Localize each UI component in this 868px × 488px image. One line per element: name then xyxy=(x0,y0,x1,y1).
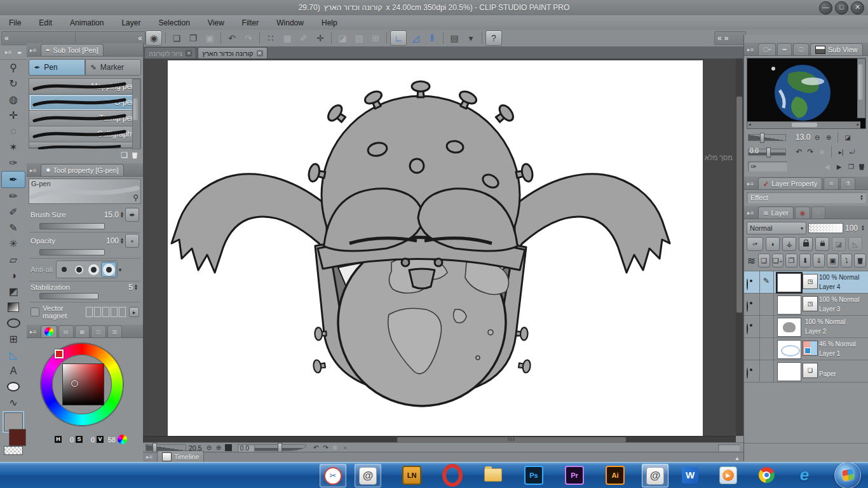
delete-sub-tool-icon[interactable] xyxy=(132,152,138,159)
transparent-color-swatch[interactable] xyxy=(4,446,23,455)
sub-color-swatch[interactable] xyxy=(9,429,26,446)
menu-file[interactable]: File xyxy=(0,15,30,30)
eraser-tool[interactable]: ▱ xyxy=(2,252,25,268)
taskbar-app-clip-studio-launcher[interactable]: @ xyxy=(355,464,381,487)
brush-item-calligraphy[interactable]: Calligraphy xyxy=(29,126,140,142)
layer-row-paper[interactable]: ❏Paper xyxy=(744,360,868,383)
layer-thumbnail[interactable] xyxy=(777,362,801,381)
anti-aliasing-strong-button[interactable] xyxy=(101,262,116,277)
frame-border-tool[interactable]: ⊞ xyxy=(2,331,25,347)
layer-search-tab[interactable]: ≋ xyxy=(824,177,839,189)
tool-property-tab[interactable]: ✱Tool property [G-pen] xyxy=(41,164,124,176)
layer-row-layer-1[interactable]: 46 % NormalLayer 1 xyxy=(744,338,868,360)
ruler-tool[interactable]: ◺ xyxy=(2,347,25,363)
balloon-tool[interactable] xyxy=(2,379,25,395)
sub-view-tab[interactable]: Sub View xyxy=(810,43,862,55)
menu-selection[interactable]: Selection xyxy=(149,15,198,30)
color-wheel-tab[interactable] xyxy=(41,325,57,337)
panel-menu-icon[interactable]: ▸≡ xyxy=(745,45,756,54)
redo-button-icon[interactable]: ↷ xyxy=(241,31,256,45)
deselect-button-icon[interactable]: ∷ xyxy=(263,31,278,45)
layer-mask-icon[interactable]: ▣ xyxy=(827,254,839,268)
fill-tool[interactable]: ◩ xyxy=(2,283,25,299)
rotate-left-icon[interactable]: ↶ xyxy=(311,444,321,452)
sv-square[interactable] xyxy=(62,363,104,405)
anti-aliasing-dropdown-icon[interactable]: ▾ xyxy=(119,267,121,273)
mask-button-icon[interactable]: ▨ xyxy=(351,31,367,45)
stabilization-stepper[interactable]: ▲▼ xyxy=(133,284,139,290)
panel-menu-icon[interactable]: ▸≡ xyxy=(28,166,38,175)
sub-view-fit-icon[interactable]: ◪ xyxy=(843,133,852,142)
vector-magnet-checkbox[interactable] xyxy=(31,308,39,316)
scroll-up-icon[interactable]: ▲ xyxy=(735,456,740,461)
panel-menu-icon[interactable]: ▸≡ xyxy=(28,46,38,55)
zoom-in-icon[interactable]: ⊕ xyxy=(214,444,223,452)
hue-cursor[interactable] xyxy=(55,349,64,358)
menu-window[interactable]: Window xyxy=(268,15,313,30)
new-folder-icon[interactable]: ❐ xyxy=(785,254,797,268)
pen-tool[interactable]: ✒ xyxy=(1,171,25,188)
airbrush-tool[interactable]: ✐ xyxy=(2,204,25,220)
operation-tool[interactable]: ◍ xyxy=(2,92,25,107)
marker-group-tab[interactable]: ✎Marker xyxy=(85,59,142,76)
previous-image-icon[interactable]: ◀ xyxy=(822,163,832,171)
flatten-icon[interactable]: ⇓ xyxy=(813,254,825,268)
item-bank-tab[interactable]: ➥ xyxy=(777,43,792,55)
zoom-out-icon[interactable]: ⊖ xyxy=(204,444,214,452)
pencil-tool[interactable]: ✏ xyxy=(2,188,25,204)
wrench-icon[interactable]: ⚲ xyxy=(133,193,139,202)
color-history-tab[interactable]: ▥ xyxy=(107,325,123,337)
expand-selection-button-icon[interactable]: ✛ xyxy=(313,31,328,45)
open-file-button-icon[interactable]: ❐ xyxy=(186,31,201,45)
brush-list-scrollbar[interactable] xyxy=(132,79,140,149)
open-image-icon[interactable]: ❐ xyxy=(846,163,856,171)
panel-menu-icon[interactable]: ▸≡ xyxy=(745,208,756,217)
flip-horizontal-icon[interactable]: ▸| xyxy=(836,148,846,156)
layer-property-tab[interactable]: ✓ Layer Property xyxy=(758,177,822,189)
blend-tool[interactable]: ◑ xyxy=(2,268,25,283)
panel-menu-icon[interactable]: ▸≡ xyxy=(745,179,756,188)
layer-visibility-toggle[interactable] xyxy=(747,279,748,290)
brush-size-slider[interactable] xyxy=(39,223,105,229)
eyedropper-tool[interactable]: ✑ xyxy=(2,155,25,171)
sub-view-zoom-in-icon[interactable]: ⊕ xyxy=(824,133,833,142)
navigator-tab[interactable]: ▢▪ xyxy=(758,43,776,55)
sub-view-hscroll[interactable]: ◂ ▸ xyxy=(747,121,860,128)
opacity-value[interactable]: 100 xyxy=(106,236,119,245)
brush-item-mapping-pen[interactable]: Mapping pen xyxy=(29,79,140,95)
menu-filter[interactable]: Filter xyxy=(233,15,268,30)
opacity-slider[interactable] xyxy=(39,249,105,255)
border-button-icon[interactable]: ⊞ xyxy=(368,31,383,45)
reset-rotation-icon[interactable]: ✻ xyxy=(330,444,340,452)
menu-edit[interactable]: Edit xyxy=(30,15,61,30)
move-tool[interactable]: ✛ xyxy=(2,107,25,123)
delete-layer-icon[interactable] xyxy=(854,254,866,268)
correct-line-tool[interactable]: ∿ xyxy=(2,395,25,410)
close-tab-icon[interactable]: ✕ xyxy=(257,50,263,57)
stabilization-slider[interactable] xyxy=(39,293,98,299)
new-vector-layer-icon[interactable]: ❏₊ xyxy=(772,254,784,268)
gradient-tool[interactable] xyxy=(2,299,25,315)
start-button[interactable] xyxy=(831,462,864,488)
layer-color-dropdown[interactable]: ▫▾ xyxy=(747,237,763,251)
color-set-tab[interactable]: ▦ xyxy=(75,325,90,337)
layer-thumbnail[interactable] xyxy=(777,273,801,292)
taskbar-app-internet-explorer[interactable]: e xyxy=(792,464,817,486)
lock-layer-icon[interactable] xyxy=(799,237,813,251)
help-button-icon[interactable]: ? xyxy=(485,30,502,46)
brush-item-g-pen[interactable]: G-pen xyxy=(29,95,140,111)
brush-item-partial[interactable] xyxy=(29,142,140,148)
information-tab[interactable]: ⓘ xyxy=(793,43,809,55)
layer-thumbnail[interactable] xyxy=(777,318,801,337)
flip-rotate-icon[interactable]: ⤾ xyxy=(848,148,857,156)
menu-animation[interactable]: Animation xyxy=(61,15,112,30)
rotation-slider[interactable] xyxy=(254,444,306,451)
new-sub-tool-icon[interactable]: ❏ xyxy=(121,151,128,159)
save-button-icon[interactable]: ▣ xyxy=(202,31,217,45)
lock-transparent-icon[interactable] xyxy=(815,237,829,251)
sub-view-reset-icon[interactable]: ✻ xyxy=(817,148,827,156)
brush-size-unit-button[interactable]: ✒ xyxy=(125,208,139,222)
screen-mode-dropdown-icon[interactable]: ▾ xyxy=(463,31,478,45)
vector-magnet-strength[interactable] xyxy=(86,307,126,317)
sub-view-eyedropper-toggle[interactable]: ✑ xyxy=(748,161,787,172)
